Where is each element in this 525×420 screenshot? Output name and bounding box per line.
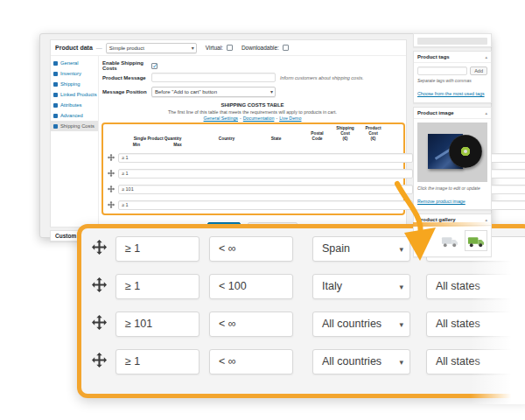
documentation-link[interactable]: Documentation	[243, 116, 275, 121]
tab-shipping[interactable]: Shipping	[51, 79, 98, 89]
enable-shipping-costs-row: Enable Shipping Costs	[102, 60, 158, 71]
shipping-costs-table-title: SHIPPING COSTS TABLE	[99, 102, 406, 108]
virtual-checkbox[interactable]	[227, 45, 233, 51]
table-row-2: ≥ 1 < 100 Italy All states * 2,00 0,00	[106, 168, 401, 179]
product-image-title: Product image	[417, 110, 454, 116]
message-position-select[interactable]: Before "Add to cart" button	[151, 87, 276, 97]
shipping-costs-truck-icon	[53, 124, 58, 129]
max-qty-input[interactable]: < 100	[209, 274, 293, 299]
product-message-row: Product Message Inform customers about s…	[102, 73, 364, 82]
link-icon	[53, 93, 58, 97]
virtual-label: Virtual:	[206, 45, 223, 51]
downloadable-checkbox[interactable]	[283, 45, 289, 51]
attributes-icon	[53, 103, 58, 108]
table-header: Single Product Quantity Country State Po…	[106, 126, 401, 148]
postal-code-header: Postal Code	[305, 131, 329, 142]
min-qty-input[interactable]: ≥ 101	[118, 185, 413, 194]
callout-row-3: ≥ 101 < ∞ All countries All states	[81, 311, 525, 337]
shipping-costs-table-highlight: Single Product Quantity Country State Po…	[102, 122, 405, 215]
callout-row-2: ≥ 1 < 100 Italy All states	[81, 273, 525, 299]
product-message-input[interactable]	[151, 73, 276, 82]
table-row-4: ≥ 1 < ∞ All countries All states * 5,00 …	[106, 200, 401, 211]
live-demo-link[interactable]: Live Demo	[279, 116, 301, 121]
state-header: State	[255, 136, 298, 142]
min-qty-input[interactable]: ≥ 1	[118, 153, 413, 163]
move-row-handle[interactable]	[106, 154, 116, 161]
collapse-icon[interactable]: ▴	[485, 54, 487, 60]
wrench-icon	[53, 61, 58, 66]
country-select[interactable]: All countries	[312, 312, 410, 337]
publish-bar	[417, 38, 487, 45]
product-data-title: Product data	[55, 45, 93, 51]
gear-icon	[53, 114, 58, 118]
tab-shipping-costs[interactable]: Shipping Costs	[51, 121, 98, 131]
move-row-handle[interactable]	[92, 353, 108, 371]
callout-row-4: ≥ 1 < ∞ All countries All states	[81, 348, 525, 374]
min-qty-input[interactable]: ≥ 1	[116, 274, 200, 299]
enable-shipping-costs-label: Enable Shipping Costs	[102, 60, 151, 71]
product-data-metabox: Product data — Simple product Virtual: D…	[50, 39, 407, 227]
most-used-tags-link[interactable]: Choose from the most used tags	[417, 91, 485, 96]
min-qty-input[interactable]: ≥ 1	[116, 349, 200, 374]
tab-advanced[interactable]: Advanced	[51, 110, 98, 121]
shipping-cost-header: Shipping Cost(€)	[333, 126, 357, 142]
tab-general[interactable]: General	[51, 58, 98, 68]
country-header: Country	[204, 136, 249, 142]
product-data-tabs: General Inventory Shipping Linked Produc…	[51, 56, 99, 227]
product-message-note: Inform customers about shipping costs.	[280, 75, 364, 80]
enable-shipping-costs-checkbox[interactable]	[151, 63, 158, 69]
min-qty-input[interactable]: ≥ 1	[116, 236, 200, 262]
message-position-row: Message Position Before "Add to cart" bu…	[102, 87, 276, 97]
max-qty-input[interactable]: < ∞	[209, 236, 293, 262]
right-edge-fade	[471, 257, 525, 404]
tags-input[interactable]	[417, 66, 467, 75]
marketing-canvas: Product data — Simple product Virtual: D…	[0, 0, 525, 420]
shipping-costs-table-links: General Settings-Documentation-Live Demo	[99, 116, 406, 121]
country-select[interactable]: Italy	[312, 274, 410, 299]
table-row-3: ≥ 101 < ∞ All countries All states * 0,0…	[106, 184, 401, 195]
table-row-1: ≥ 1 < ∞ Spain Madrid * 5,00 1,00	[106, 152, 401, 164]
downloadable-label: Downloadable:	[242, 45, 279, 51]
move-row-handle[interactable]	[106, 201, 116, 208]
quantity-group-header: Single Product Quantity	[118, 136, 197, 142]
product-tags-metabox: Product tags ▴ Add Separate tags with co…	[413, 51, 492, 103]
add-tag-button[interactable]: Add	[470, 66, 487, 75]
tags-help-text: Separate tags with commas	[417, 78, 487, 83]
message-position-label: Message Position	[102, 89, 151, 94]
collapse-icon[interactable]: ▴	[485, 110, 487, 116]
general-settings-link[interactable]: General Settings	[204, 116, 238, 121]
vinyl-record-image	[449, 135, 482, 168]
inventory-icon	[53, 72, 58, 76]
product-data-header: Product data — Simple product Virtual: D…	[51, 40, 406, 56]
truck-icon	[53, 82, 58, 87]
product-cost-header: Product Cost(€)	[361, 126, 385, 142]
product-tags-title: Product tags	[417, 54, 450, 60]
max-qty-input[interactable]: < ∞	[209, 349, 293, 374]
tab-linked-products[interactable]: Linked Products	[51, 89, 98, 100]
publish-metabox-stub	[413, 33, 492, 47]
max-header: Max	[158, 143, 197, 148]
product-message-label: Product Message	[102, 75, 151, 80]
move-row-handle[interactable]	[106, 186, 116, 192]
move-row-handle[interactable]	[92, 315, 108, 333]
product-type-select[interactable]: Simple product	[106, 43, 197, 53]
country-select[interactable]: All countries	[312, 349, 410, 374]
shipping-costs-panel: Enable Shipping Costs Product Message In…	[99, 56, 406, 227]
min-qty-input[interactable]: ≥ 101	[116, 312, 200, 337]
move-row-handle[interactable]	[106, 170, 116, 177]
tab-attributes[interactable]: Attributes	[51, 100, 98, 110]
min-qty-input[interactable]: ≥ 1	[118, 200, 413, 210]
shipping-costs-table-subtitle: The first line of this table that meets …	[99, 109, 406, 115]
min-header: Min	[118, 143, 155, 148]
move-row-handle[interactable]	[92, 240, 108, 258]
min-qty-input[interactable]: ≥ 1	[118, 169, 413, 178]
tab-inventory[interactable]: Inventory	[51, 68, 98, 79]
product-data-dash: —	[96, 45, 102, 51]
gallery-thumb-truck[interactable]	[465, 230, 487, 251]
move-row-handle[interactable]	[92, 277, 108, 296]
zoom-arrow	[374, 173, 455, 271]
max-qty-input[interactable]: < ∞	[209, 312, 293, 337]
